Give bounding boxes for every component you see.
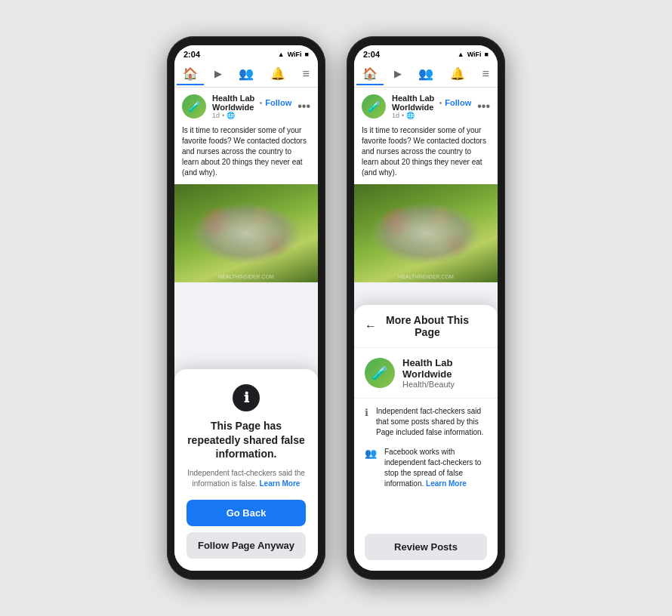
page-avatar-2: 🧪 — [362, 94, 386, 119]
nav-home-2[interactable]: 🏠 — [356, 63, 384, 85]
watch-icon-2: ▶ — [394, 68, 402, 79]
post-card-1: 🧪 Health Lab Worldwide • Follow 1d • 🌐 — [174, 88, 318, 282]
page-info-row: 🧪 Health Lab Worldwide Health/Beauty — [354, 348, 498, 399]
fb-navbar-2: 🏠 ▶ 👥 🔔 ≡ — [354, 62, 498, 88]
watermark-1: HEALTHINSIDER.COM — [218, 274, 274, 279]
post-header-2: 🧪 Health Lab Worldwide • Follow 1d • 🌐 — [354, 88, 498, 125]
page-info-avatar: 🧪 — [365, 358, 395, 388]
nav-notifications-1[interactable]: 🔔 — [264, 63, 291, 85]
nav-home-1[interactable]: 🏠 — [177, 63, 204, 85]
food-overlay-2 — [354, 184, 498, 282]
panel-title: More About This Page — [383, 314, 472, 338]
home-icon-2: 🏠 — [362, 66, 378, 81]
panel-header: ← More About This Page — [354, 305, 498, 348]
status-bar-1: 2:04 ▲ WiFi ■ — [174, 45, 318, 62]
fact-check-items: ℹ Independent fact-checkers said that so… — [354, 399, 498, 528]
menu-icon-1: ≡ — [303, 67, 310, 81]
battery-icon-1: ■ — [305, 51, 309, 58]
post-time-2: 1d • 🌐 — [392, 112, 471, 119]
sheet-title: This Page has repeatedly shared false in… — [186, 419, 306, 460]
watermark-2: HEALTHINSIDER.COM — [398, 274, 454, 279]
page-info-text: Health Lab Worldwide Health/Beauty — [402, 357, 487, 389]
back-arrow-icon[interactable]: ← — [365, 319, 377, 333]
learn-more-link-2[interactable]: Learn More — [426, 479, 467, 488]
post-meta-1: Health Lab Worldwide • Follow 1d • 🌐 — [212, 94, 291, 119]
nav-notifications-2[interactable]: 🔔 — [444, 63, 471, 85]
fact-item-1: ℹ Independent fact-checkers said that so… — [365, 406, 487, 438]
info-icon-sheet: ℹ — [233, 384, 260, 411]
nav-watch-2[interactable]: ▶ — [388, 65, 408, 84]
privacy-icon-1: 🌐 — [227, 112, 235, 119]
more-options-btn-1[interactable]: ••• — [297, 100, 310, 113]
phone-2-screen: 2:04 ▲ WiFi ■ 🏠 ▶ 👥 🔔 — [354, 45, 498, 571]
post-meta-2: Health Lab Worldwide • Follow 1d • 🌐 — [392, 94, 471, 119]
bell-icon-1: 🔔 — [270, 66, 285, 81]
go-back-button[interactable]: Go Back — [186, 500, 306, 526]
phones-container: 2:04 ▲ WiFi ■ 🏠 ▶ 👥 🔔 — [167, 36, 505, 580]
more-options-btn-2[interactable]: ••• — [477, 100, 490, 113]
sheet-subtitle: Independent fact-checkers said the infor… — [186, 468, 306, 489]
privacy-icon-2: 🌐 — [406, 112, 415, 119]
home-icon-1: 🏠 — [183, 66, 198, 81]
post-header-1: 🧪 Health Lab Worldwide • Follow 1d • 🌐 — [174, 88, 318, 125]
food-overlay-1 — [174, 184, 318, 282]
bell-icon-2: 🔔 — [450, 66, 465, 81]
status-time-2: 2:04 — [363, 50, 380, 59]
wifi-icon-2: WiFi — [467, 51, 482, 58]
post-image-1: HEALTHINSIDER.COM — [174, 184, 318, 282]
fb-navbar-1: 🏠 ▶ 👥 🔔 ≡ — [174, 62, 318, 88]
info-icon-fact-1: ℹ — [365, 407, 368, 418]
warning-sheet: ℹ This Page has repeatedly shared false … — [174, 369, 318, 571]
learn-more-link-1[interactable]: Learn More — [260, 479, 301, 488]
page-info-name: Health Lab Worldwide — [402, 357, 487, 380]
status-bar-2: 2:04 ▲ WiFi ■ — [354, 45, 498, 62]
phone-1: 2:04 ▲ WiFi ■ 🏠 ▶ 👥 🔔 — [167, 36, 325, 580]
people-icon-1: 👥 — [239, 66, 254, 81]
status-time-1: 2:04 — [183, 50, 200, 59]
review-posts-button[interactable]: Review Posts — [365, 534, 487, 560]
status-icons-1: ▲ WiFi ■ — [278, 51, 309, 58]
signal-icon-2: ▲ — [458, 51, 464, 58]
nav-watch-1[interactable]: ▶ — [208, 65, 228, 84]
people-icon-2: 👥 — [418, 66, 433, 81]
feed-content-2: 🧪 Health Lab Worldwide • Follow 1d • 🌐 — [354, 88, 498, 571]
fact-text-1: Independent fact-checkers said that some… — [376, 406, 487, 438]
more-about-panel: ← More About This Page 🧪 Health Lab Worl… — [354, 305, 498, 571]
follow-anyway-button[interactable]: Follow Page Anyway — [186, 532, 306, 559]
page-info-category: Health/Beauty — [402, 380, 487, 389]
battery-icon-2: ■ — [485, 51, 489, 58]
signal-icon-1: ▲ — [278, 51, 285, 58]
page-name-1[interactable]: Health Lab Worldwide — [212, 94, 257, 112]
feed-content-1: 🧪 Health Lab Worldwide • Follow 1d • 🌐 — [174, 88, 318, 571]
menu-icon-2: ≡ — [482, 67, 489, 81]
fact-item-2: 👥 Facebook works with independent fact-c… — [365, 447, 487, 489]
fact-text-2: Facebook works with independent fact-che… — [384, 447, 487, 489]
post-text-2: Is it time to reconsider some of your fa… — [354, 125, 498, 184]
nav-people-1[interactable]: 👥 — [233, 63, 260, 85]
nav-menu-1[interactable]: ≡ — [297, 64, 316, 85]
people-icon-fact-2: 👥 — [365, 448, 377, 459]
follow-link-2[interactable]: Follow — [445, 98, 471, 107]
watch-icon-1: ▶ — [214, 68, 222, 79]
wifi-icon-1: WiFi — [288, 51, 302, 58]
post-image-2: HEALTHINSIDER.COM — [354, 184, 498, 282]
post-text-1: Is it time to reconsider some of your fa… — [174, 125, 318, 184]
status-icons-2: ▲ WiFi ■ — [458, 51, 489, 58]
post-card-2: 🧪 Health Lab Worldwide • Follow 1d • 🌐 — [354, 88, 498, 282]
phone-2: 2:04 ▲ WiFi ■ 🏠 ▶ 👥 🔔 — [347, 36, 505, 580]
nav-menu-2[interactable]: ≡ — [476, 64, 495, 85]
nav-people-2[interactable]: 👥 — [412, 63, 439, 85]
phone-1-screen: 2:04 ▲ WiFi ■ 🏠 ▶ 👥 🔔 — [174, 45, 318, 571]
page-avatar-1: 🧪 — [182, 94, 206, 119]
page-name-2[interactable]: Health Lab Worldwide — [392, 94, 436, 112]
follow-link-1[interactable]: Follow — [265, 98, 291, 107]
post-time-1: 1d • 🌐 — [212, 112, 291, 119]
